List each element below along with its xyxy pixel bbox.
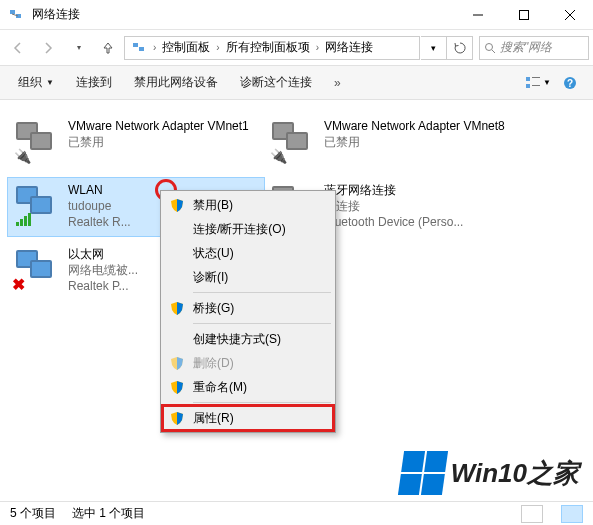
search-icon [484, 42, 496, 54]
menu-separator [193, 402, 331, 403]
status-bar: 5 个项目 选中 1 个项目 [0, 501, 593, 525]
window-title: 网络连接 [32, 6, 455, 23]
adapter-status: tudoupe [68, 198, 131, 214]
breadcrumb-item[interactable]: 所有控制面板项 [222, 37, 314, 59]
ctx-bridge[interactable]: 桥接(G) [163, 296, 333, 320]
address-dropdown[interactable]: ▾ [421, 36, 447, 60]
svg-rect-11 [526, 77, 530, 81]
search-placeholder: 搜索"网络 [500, 39, 552, 56]
adapter-name: 蓝牙网络连接 [324, 182, 463, 198]
adapter-status: 未连接 [324, 198, 463, 214]
ctx-status[interactable]: 状态(U) [163, 241, 333, 265]
ctx-diagnose[interactable]: 诊断(I) [163, 265, 333, 289]
up-button[interactable] [94, 34, 122, 62]
diagnose-connection-button[interactable]: 诊断这个连接 [230, 70, 322, 95]
network-adapter-icon: ✖ [12, 246, 60, 294]
maximize-button[interactable] [501, 0, 547, 30]
close-button[interactable] [547, 0, 593, 30]
address-bar[interactable]: › 控制面板 › 所有控制面板项 › 网络连接 [124, 36, 420, 60]
adapter-name: VMware Network Adapter VMnet8 [324, 118, 505, 134]
minimize-button[interactable] [455, 0, 501, 30]
title-bar: 网络连接 [0, 0, 593, 30]
disable-device-button[interactable]: 禁用此网络设备 [124, 70, 228, 95]
uac-shield-icon [169, 410, 185, 426]
svg-text:?: ? [567, 78, 573, 89]
adapter-status: 已禁用 [68, 134, 249, 150]
view-options-button[interactable]: ▼ [523, 70, 553, 96]
adapter-driver: Bluetooth Device (Perso... [324, 214, 463, 230]
connect-to-button[interactable]: 连接到 [66, 70, 122, 95]
help-button[interactable]: ? [555, 70, 585, 96]
breadcrumb-item[interactable]: 网络连接 [321, 37, 377, 59]
details-view-button[interactable] [521, 505, 543, 523]
forward-button[interactable] [34, 34, 62, 62]
adapter-name: 以太网 [68, 246, 138, 262]
ctx-connect-disconnect[interactable]: 连接/断开连接(O) [163, 217, 333, 241]
adapter-status: 已禁用 [324, 134, 505, 150]
search-box[interactable]: 搜索"网络 [479, 36, 589, 60]
adapter-status: 网络电缆被... [68, 262, 138, 278]
svg-line-10 [492, 50, 495, 53]
item-count: 5 个项目 [10, 505, 56, 522]
selected-count: 选中 1 个项目 [72, 505, 145, 522]
adapter-driver: Realtek P... [68, 278, 138, 294]
toolbar-overflow[interactable]: » [324, 72, 353, 94]
nav-bar: ▾ › 控制面板 › 所有控制面板项 › 网络连接 ▾ 搜索"网络 [0, 30, 593, 66]
menu-separator [193, 323, 331, 324]
large-icons-view-button[interactable] [561, 505, 583, 523]
ctx-delete: 删除(D) [163, 351, 333, 375]
breadcrumb-item[interactable]: 控制面板 [158, 37, 214, 59]
recent-dropdown[interactable]: ▾ [64, 34, 92, 62]
back-button[interactable] [4, 34, 32, 62]
content-area: 🔌 VMware Network Adapter VMnet1 已禁用 🔌 VM… [0, 100, 593, 490]
svg-rect-0 [10, 10, 15, 14]
svg-rect-7 [133, 43, 138, 47]
adapter-vmnet8[interactable]: 🔌 VMware Network Adapter VMnet8 已禁用 [264, 114, 520, 172]
breadcrumb-icon[interactable] [127, 37, 151, 59]
uac-shield-icon [169, 379, 185, 395]
svg-rect-13 [526, 84, 530, 88]
toolbar: 组织▼ 连接到 禁用此网络设备 诊断这个连接 » ▼ ? [0, 66, 593, 100]
ctx-rename[interactable]: 重命名(M) [163, 375, 333, 399]
organize-button[interactable]: 组织▼ [8, 70, 64, 95]
uac-shield-icon [169, 355, 185, 371]
adapter-vmnet1[interactable]: 🔌 VMware Network Adapter VMnet1 已禁用 [8, 114, 264, 172]
ctx-properties[interactable]: 属性(R) [163, 406, 333, 430]
network-adapter-icon: 🔌 [12, 118, 60, 166]
window-icon [8, 7, 24, 23]
adapter-name: VMware Network Adapter VMnet1 [68, 118, 249, 134]
svg-rect-4 [520, 10, 529, 19]
svg-rect-12 [532, 77, 540, 78]
adapter-driver: Realtek R... [68, 214, 131, 230]
svg-rect-14 [532, 85, 540, 86]
ctx-create-shortcut[interactable]: 创建快捷方式(S) [163, 327, 333, 351]
svg-rect-8 [139, 47, 144, 51]
menu-separator [193, 292, 331, 293]
network-adapter-icon: 🔌 [268, 118, 316, 166]
context-menu: 禁用(B) 连接/断开连接(O) 状态(U) 诊断(I) 桥接(G) 创建快捷方… [160, 190, 336, 433]
adapter-name: WLAN [68, 182, 131, 198]
uac-shield-icon [169, 197, 185, 213]
svg-point-9 [486, 43, 493, 50]
ctx-disable[interactable]: 禁用(B) [163, 193, 333, 217]
refresh-button[interactable] [447, 36, 473, 60]
network-adapter-icon [12, 182, 60, 230]
uac-shield-icon [169, 300, 185, 316]
